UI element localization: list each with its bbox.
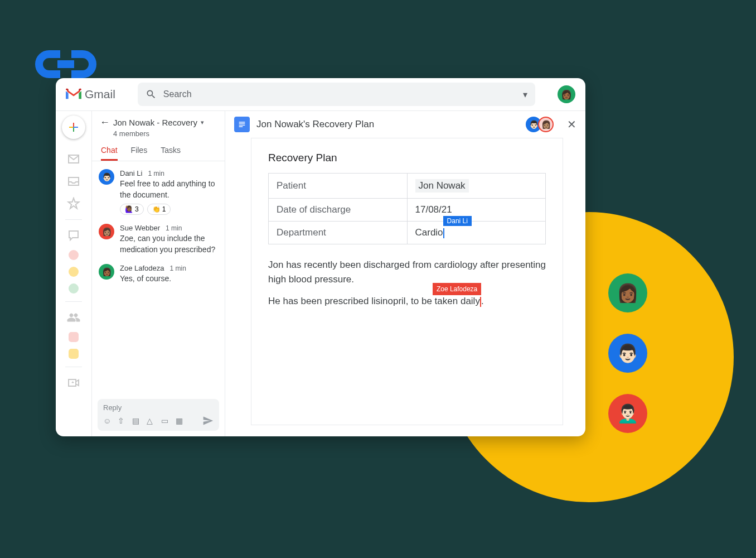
table-row: Date of discharge 17/08/21 [269, 199, 546, 222]
chat-header: ← Jon Nowak - Recovery ▾ 4 members [92, 111, 225, 140]
chat-room-title[interactable]: Jon Nowak - Recovery [113, 118, 197, 127]
gif-icon[interactable]: ▤ [132, 416, 141, 425]
tab-tasks[interactable]: Tasks [161, 146, 181, 161]
collaborator-avatars: 👨🏻 👩🏽 [526, 117, 554, 132]
chat-message: 👩🏾 Zoe Lafodeza 1 min Yes, of course. [99, 264, 218, 285]
chevron-down-icon[interactable]: ▾ [201, 119, 204, 126]
document-paragraph: Jon has recently been discharged from ca… [268, 258, 546, 286]
inbox-icon[interactable] [67, 175, 80, 188]
collab-cursor-label: Dani Li [443, 216, 472, 226]
document-heading: Recovery Plan [268, 152, 546, 164]
emoji-icon[interactable]: ☺ [103, 416, 112, 425]
tab-chat[interactable]: Chat [101, 146, 118, 161]
table-row: Department CardioDani Li [269, 222, 546, 244]
document-header: Jon Nowak's Recovery Plan 👨🏻 👩🏽 ✕ [225, 111, 585, 138]
message-author: Sue Webber [120, 224, 160, 232]
video-icon[interactable]: ▭ [161, 416, 170, 425]
upload-icon[interactable]: ⇧ [118, 416, 127, 425]
search-icon [146, 89, 157, 100]
document-body[interactable]: Recovery Plan Patient Jon Nowak Date of … [251, 138, 563, 425]
nav-dot[interactable] [69, 267, 79, 277]
document-panel: Jon Nowak's Recovery Plan 👨🏻 👩🏽 ✕ Recove… [225, 111, 585, 436]
meet-icon[interactable] [67, 376, 80, 389]
document-title: Jon Nowak's Recovery Plan [256, 119, 519, 130]
message-time: 1 min [170, 264, 186, 272]
chat-panel: ← Jon Nowak - Recovery ▾ 4 members Chat … [91, 111, 225, 436]
reply-composer[interactable]: Reply ☺ ⇧ ▤ △ ▭ ▦ [98, 399, 219, 431]
app-window: Gmail Search ▾ 👩🏾 [56, 78, 585, 436]
message-avatar: 👩🏽 [99, 224, 114, 239]
collaborator-avatar[interactable]: 👩🏽 [538, 117, 554, 132]
account-avatar[interactable]: 👩🏾 [558, 85, 575, 103]
search-bar[interactable]: Search ▾ [138, 83, 535, 106]
reply-placeholder: Reply [103, 403, 214, 412]
close-icon[interactable]: ✕ [567, 118, 576, 131]
drive-icon[interactable]: △ [147, 416, 156, 425]
patient-info-table: Patient Jon Nowak Date of discharge 17/0… [268, 173, 546, 244]
nav-dot[interactable] [69, 332, 79, 342]
left-nav-rail [56, 111, 91, 436]
collab-cursor-label: Zoe Lafodeza [433, 283, 481, 295]
message-author: Zoe Lafodeza [120, 264, 164, 272]
tab-files[interactable]: Files [131, 146, 148, 161]
calendar-icon[interactable]: ▦ [176, 416, 185, 425]
app-header: Gmail Search ▾ 👩🏾 [56, 78, 585, 110]
message-time: 1 min [148, 170, 164, 177]
decoration-avatar: 👩🏾 [608, 273, 647, 312]
message-avatar: 👩🏾 [99, 264, 114, 280]
search-options-icon[interactable]: ▾ [523, 89, 527, 100]
document-paragraph: He has been prescribed lisinopril, to be… [268, 294, 546, 309]
reaction-chip[interactable]: 🙋🏾‍♀️ 3 [120, 204, 144, 215]
decoration-avatars: 👩🏾 👨🏻 👨🏻‍🦱 [608, 273, 647, 433]
messages-list: 👨🏻 Dani Li 1 min Feel free to add anythi… [92, 161, 225, 395]
message-text: Zoe, can you include the medication you … [120, 233, 218, 255]
nav-dot[interactable] [69, 283, 79, 294]
app-name: Gmail [85, 88, 115, 101]
docs-icon [234, 117, 250, 132]
message-text: Feel free to add anything to the documen… [120, 179, 218, 200]
back-arrow-icon[interactable]: ← [100, 117, 110, 128]
chat-icon[interactable] [67, 229, 80, 242]
decoration-avatar: 👨🏻 [608, 334, 647, 373]
link-decoration-icon [32, 45, 99, 86]
compose-button[interactable] [62, 116, 85, 139]
nav-dot[interactable] [69, 349, 79, 359]
chat-members-count[interactable]: 4 members [113, 129, 217, 138]
table-row: Patient Jon Nowak [269, 174, 546, 199]
gmail-icon [66, 88, 81, 100]
star-icon[interactable] [67, 197, 80, 210]
people-icon[interactable] [67, 311, 80, 324]
decoration-avatar: 👨🏻‍🦱 [608, 394, 647, 433]
message-text: Yes, of course. [120, 273, 218, 285]
message-avatar: 👨🏻 [99, 169, 114, 185]
send-icon[interactable] [202, 415, 214, 426]
gmail-logo[interactable]: Gmail [66, 88, 115, 101]
reaction-chip[interactable]: 👏 1 [147, 204, 171, 215]
chat-tabs: Chat Files Tasks [92, 140, 225, 161]
message-time: 1 min [166, 224, 182, 232]
message-author: Dani Li [120, 169, 142, 177]
nav-dot[interactable] [69, 250, 79, 260]
search-placeholder: Search [163, 89, 516, 99]
chat-message: 👨🏻 Dani Li 1 min Feel free to add anythi… [99, 169, 218, 215]
mail-icon[interactable] [67, 152, 80, 166]
chat-message: 👩🏽 Sue Webber 1 min Zoe, can you include… [99, 224, 218, 255]
